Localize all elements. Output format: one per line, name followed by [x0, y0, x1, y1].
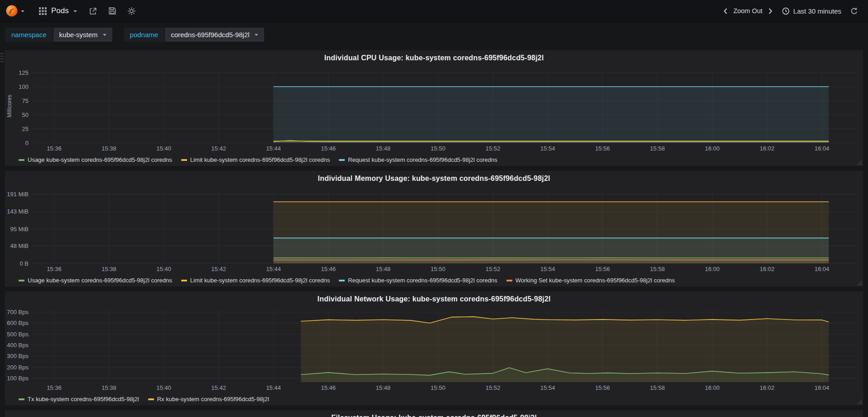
- time-back-button[interactable]: [721, 6, 730, 16]
- org-switcher[interactable]: [5, 5, 29, 17]
- variables-bar: namespace kube-system podname coredns-69…: [0, 22, 868, 46]
- legend-item[interactable]: Request kube-system coredns-695f96dcd5-9…: [339, 156, 497, 163]
- svg-text:125: 125: [19, 69, 29, 76]
- navbar-left: Pods: [5, 5, 138, 17]
- panel-filesystem: Filesystem Usage: kube-system coredns-69…: [5, 410, 863, 417]
- memory-legend: Usage kube-system coredns-695f96dcd5-98j…: [5, 276, 863, 286]
- svg-text:191 MiB: 191 MiB: [7, 191, 29, 198]
- legend-item[interactable]: Request kube-system coredns-695f96dcd5-9…: [339, 277, 497, 284]
- svg-text:16:04: 16:04: [815, 384, 829, 391]
- svg-text:16:04: 16:04: [815, 266, 829, 272]
- navbar: Pods: [0, 0, 868, 22]
- svg-text:15:58: 15:58: [650, 145, 665, 152]
- legend-label: Limit kube-system coredns-695f96dcd5-98j…: [190, 156, 330, 163]
- memory-chart[interactable]: 15:3615:3815:4015:4215:4415:4615:4815:50…: [5, 186, 863, 276]
- grafana-logo: [5, 5, 18, 17]
- chevron-right-icon: [768, 8, 773, 15]
- svg-text:300 Bps: 300 Bps: [7, 353, 29, 359]
- row-drag-handle[interactable]: [0, 53, 4, 64]
- variable-namespace: namespace kube-system: [5, 28, 112, 42]
- panel-title-cpu[interactable]: Individual CPU Usage: kube-system coredn…: [5, 50, 863, 66]
- dashboard-picker[interactable]: Pods: [36, 6, 80, 15]
- refresh-icon: [850, 7, 858, 15]
- legend-label: Tx kube-system coredns-695f96dcd5-98j2l: [28, 396, 139, 402]
- svg-text:15:38: 15:38: [101, 145, 116, 152]
- namespace-dropdown[interactable]: kube-system: [53, 28, 112, 42]
- share-button[interactable]: [87, 5, 99, 17]
- svg-text:0 B: 0 B: [19, 260, 29, 267]
- svg-text:15:56: 15:56: [595, 266, 610, 272]
- legend-item[interactable]: Usage kube-system coredns-695f96dcd5-98j…: [19, 277, 172, 284]
- panel-title-memory[interactable]: Individual Memory Usage: kube-system cor…: [5, 171, 863, 186]
- variable-podname: podname coredns-695f96dcd5-98j2l: [124, 28, 264, 42]
- zoom-out-button[interactable]: Zoom Out: [733, 7, 762, 15]
- cpu-chart[interactable]: 15:3615:3815:4015:4215:4415:4615:4815:50…: [5, 66, 863, 155]
- svg-text:15:54: 15:54: [540, 145, 555, 152]
- legend-label: Request kube-system coredns-695f96dcd5-9…: [348, 277, 497, 284]
- variable-label: podname: [124, 28, 164, 42]
- panel-memory: Individual Memory Usage: kube-system cor…: [5, 170, 863, 287]
- svg-text:15:48: 15:48: [376, 266, 391, 272]
- svg-text:700 Bps: 700 Bps: [7, 309, 29, 315]
- svg-text:15:50: 15:50: [431, 384, 446, 391]
- series-color-dash: [506, 280, 512, 281]
- save-button[interactable]: [106, 5, 118, 17]
- svg-text:15:36: 15:36: [47, 266, 62, 272]
- svg-text:16:02: 16:02: [760, 145, 775, 152]
- grafana-app: Pods: [0, 0, 868, 417]
- gear-icon: [127, 7, 136, 15]
- namespace-value: kube-system: [59, 30, 98, 39]
- share-icon: [89, 7, 97, 15]
- svg-text:16:04: 16:04: [815, 145, 829, 152]
- legend-item[interactable]: Limit kube-system coredns-695f96dcd5-98j…: [181, 156, 330, 163]
- svg-text:15:42: 15:42: [211, 266, 226, 272]
- series-color-dash: [339, 280, 345, 281]
- svg-text:15:52: 15:52: [486, 145, 501, 152]
- legend-item[interactable]: Limit kube-system coredns-695f96dcd5-98j…: [181, 277, 330, 284]
- panel-network: Individual Network Usage: kube-system co…: [5, 291, 863, 406]
- svg-text:15:40: 15:40: [156, 266, 171, 272]
- time-forward-button[interactable]: [766, 6, 775, 16]
- settings-button[interactable]: [125, 5, 138, 17]
- dashboard: Individual CPU Usage: kube-system coredn…: [0, 46, 868, 417]
- panel-title-network[interactable]: Individual Network Usage: kube-system co…: [5, 291, 863, 307]
- save-icon: [108, 7, 116, 15]
- svg-text:600 Bps: 600 Bps: [7, 320, 29, 326]
- svg-text:15:52: 15:52: [486, 266, 501, 272]
- podname-dropdown[interactable]: coredns-695f96dcd5-98j2l: [165, 28, 264, 42]
- svg-text:50: 50: [22, 112, 29, 118]
- svg-text:15:50: 15:50: [431, 266, 446, 272]
- svg-text:15:44: 15:44: [266, 384, 281, 391]
- svg-text:15:48: 15:48: [376, 145, 391, 152]
- legend-item[interactable]: Working Set kube-system coredns-695f96dc…: [506, 277, 675, 284]
- series-color-dash: [181, 280, 187, 281]
- legend-label: Usage kube-system coredns-695f96dcd5-98j…: [28, 277, 172, 284]
- legend-item[interactable]: Usage kube-system coredns-695f96dcd5-98j…: [19, 156, 172, 163]
- caret-down-icon: [103, 34, 106, 38]
- panel-title-filesystem[interactable]: Filesystem Usage: kube-system coredns-69…: [5, 410, 863, 417]
- series-color-dash: [148, 398, 154, 400]
- svg-text:15:56: 15:56: [595, 145, 610, 152]
- variable-label: namespace: [5, 28, 53, 42]
- clock-icon: [782, 7, 790, 15]
- legend-label: Usage kube-system coredns-695f96dcd5-98j…: [28, 156, 172, 163]
- time-range-picker[interactable]: Last 30 minutes: [782, 7, 841, 15]
- svg-text:15:54: 15:54: [540, 266, 555, 272]
- caret-down-icon: [255, 34, 258, 38]
- svg-text:15:58: 15:58: [650, 384, 665, 391]
- svg-text:15:38: 15:38: [101, 384, 116, 391]
- drag-handle-icon: [0, 53, 4, 63]
- svg-text:16:02: 16:02: [760, 384, 775, 391]
- network-chart[interactable]: 15:3615:3815:4015:4215:4415:4615:4815:50…: [5, 307, 863, 395]
- svg-text:15:42: 15:42: [211, 145, 226, 152]
- refresh-button[interactable]: [849, 5, 860, 17]
- legend-item[interactable]: Tx kube-system coredns-695f96dcd5-98j2l: [19, 396, 139, 402]
- svg-text:143 MiB: 143 MiB: [7, 208, 29, 215]
- svg-text:15:36: 15:36: [47, 145, 62, 152]
- legend-item[interactable]: Rx kube-system coredns-695f96dcd5-98j2l: [148, 396, 269, 402]
- svg-text:16:00: 16:00: [705, 384, 720, 391]
- svg-text:15:38: 15:38: [101, 266, 116, 272]
- chevron-left-icon: [723, 8, 728, 15]
- legend-label: Rx kube-system coredns-695f96dcd5-98j2l: [157, 396, 269, 402]
- caret-down-icon: [21, 10, 24, 14]
